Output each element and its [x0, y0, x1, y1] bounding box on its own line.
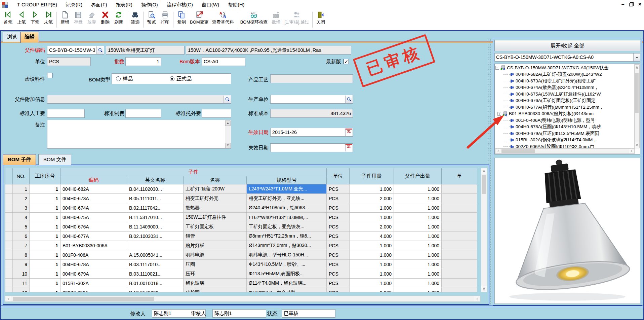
cell-parent-qty[interactable]: 1.000	[394, 269, 442, 279]
toolbar-button[interactable]: 上笔	[15, 10, 28, 26]
table-row[interactable]: 5 1 004H0-676A B.11.1409000... 工矿灯固定板 工矿…	[5, 222, 477, 232]
table-row[interactable]: 6 1 004H0-677A B.02.1003031... 铝管 Ø8mm*H…	[5, 232, 477, 241]
toolbar-button[interactable]: 末笔	[42, 10, 55, 26]
toolbar-button[interactable]	[172, 10, 175, 30]
table-row[interactable]: 2 1 004H0-673A B.05.1111011... 相变工矿灯外壳 相…	[5, 194, 477, 203]
cell-spec[interactable]: L243*W243*T1.0MM.亚光...	[247, 184, 327, 194]
tree-vertical-scrollbar[interactable]: ∧ ∨	[634, 64, 640, 148]
cell-spec[interactable]: Φ113.5*H5MM,表面阳极...	[247, 269, 327, 279]
production-unit-field[interactable]	[270, 95, 353, 104]
virtual-part-checkbox[interactable]	[47, 73, 52, 78]
table-row[interactable]: 3 1 004H0-674A B.02.1117042... 散热器 Ø240.…	[5, 203, 477, 213]
row-stub[interactable]	[5, 232, 13, 241]
calendar-icon[interactable]: 31	[345, 129, 352, 136]
cell-code[interactable]: 004H0-675A	[61, 213, 127, 222]
cell-spec[interactable]: Φ143*H10.5MM，喷砂、...	[247, 260, 327, 269]
table-row[interactable]: 11 1 015BL-302A B.01.0010018... 钢化玻璃 Ø11…	[5, 279, 477, 288]
cell-qty[interactable]: 1.000	[350, 279, 394, 288]
cell-seq[interactable]: 1	[30, 269, 61, 279]
cell-seq[interactable]: 1	[30, 213, 61, 222]
toolbar-button[interactable]: 下笔	[28, 10, 42, 26]
cell-spec[interactable]: Φ110*Φ2.0，白色硅胶...	[247, 288, 327, 292]
toolbar-button[interactable]: [1.审核].通过	[283, 10, 311, 26]
cell-en-name[interactable]: B.11.5317010...	[127, 213, 184, 222]
cell-en-name[interactable]: B.02.1003031...	[127, 232, 184, 241]
grid-horizontal-scrollbar[interactable]: ‹ ›	[5, 296, 480, 302]
cell-parent-qty[interactable]: 1.000	[394, 250, 442, 260]
cell-en-name[interactable]: B.03.1110021...	[127, 269, 184, 279]
tree-node[interactable]: 004H0-679A(压环)(Φ113.5*H5MM,表面阳	[495, 130, 634, 137]
cell-seq[interactable]: 1	[30, 260, 61, 269]
scroll-down-icon[interactable]: ∨	[635, 142, 639, 148]
tab-browse[interactable]: 浏览	[3, 32, 22, 42]
cell-seq[interactable]: 1	[30, 184, 61, 194]
tree-node[interactable]: 004H0-682A(工矿灯-顶盖-200W)(L243*W2	[495, 71, 634, 78]
cell-qty[interactable]: 1.000	[350, 184, 394, 194]
cell-spec[interactable]: 相变工矿灯外壳，亚光铁...	[247, 194, 327, 203]
toolbar-button[interactable]	[311, 10, 314, 30]
cell-parent-qty[interactable]: 1.000	[394, 184, 442, 194]
tree-node[interactable]: 004H0-677A(铝管)(Ø8mm*H51*T2.25mm，	[495, 104, 634, 111]
cell-code[interactable]: 004H0-678A	[61, 260, 127, 269]
cell-parent-qty[interactable]: 1.000	[394, 241, 442, 250]
menu-item[interactable]: 报表(R)	[112, 1, 137, 9]
cell-spec[interactable]: 明纬电源，型号HLG-150H...	[247, 250, 327, 260]
toolbar-button[interactable]: BOM变更	[188, 10, 210, 26]
scroll-down-icon[interactable]: ∨	[481, 286, 487, 292]
menu-item[interactable]: T-GROUP ERP(E)	[13, 1, 62, 9]
toolbar-button[interactable]: 打印	[158, 10, 172, 26]
cell-seq[interactable]: 1	[30, 250, 61, 260]
toolbar-button[interactable]: 批增	[269, 10, 283, 26]
menu-item[interactable]: 窗口(W)	[197, 1, 224, 9]
cell-code[interactable]: 015BL-302A	[61, 279, 127, 288]
close-button[interactable]: ×	[638, 1, 641, 8]
cell-code[interactable]: 004H0-674A	[61, 203, 127, 213]
cell-seq[interactable]: 1	[30, 203, 61, 213]
table-row[interactable]: 4 1 004H0-675A B.11.5317010... 150W工矿灯悬挂…	[5, 213, 477, 222]
tree-node[interactable]: + B01-BYB00330-006A(贴片灯板)(Ø143mm	[495, 111, 634, 117]
toolbar-button[interactable]: 存盘	[72, 10, 85, 26]
tree-node[interactable]: 015BL-302A(钢化玻璃)(Ø114*T4.0MM，	[495, 137, 634, 144]
cell-qty[interactable]: 1.000	[350, 241, 394, 250]
tree-expand-icon[interactable]: −	[495, 66, 499, 70]
toolbar-button[interactable]: 删除	[98, 10, 112, 26]
toolbar-button[interactable]	[236, 10, 239, 30]
scroll-right-icon[interactable]: ›	[629, 149, 634, 153]
toolbar-button[interactable]	[55, 10, 58, 30]
latest-version-checkbox[interactable]: ✓	[344, 59, 349, 64]
cell-en-name[interactable]: B.11.1409000...	[127, 222, 184, 232]
cell-code[interactable]: 004H0-677A	[61, 232, 127, 241]
cell-code[interactable]: 002Z0-606A	[61, 288, 127, 292]
tree-node[interactable]: 002Z0-606A(硅胶圈)(Φ110*Φ2.0mm,白	[495, 143, 634, 148]
expand-collapse-all-button[interactable]: 展开/收起 全部	[494, 40, 640, 51]
toolbar-button[interactable]: 关闭	[314, 10, 327, 26]
cell-parent-qty[interactable]: 1.000	[394, 288, 442, 292]
cell-qty[interactable]: 1.000	[350, 260, 394, 269]
cell-code[interactable]: 001F0-406A	[61, 250, 127, 260]
auditor-field[interactable]: 陈志刚1	[212, 309, 266, 318]
toolbar-button[interactable]: 查看替代料	[210, 10, 236, 26]
row-stub[interactable]	[5, 194, 13, 203]
row-stub[interactable]	[5, 250, 13, 260]
table-row[interactable]: 10 1 004H0-679A B.03.1110021... 压环 Φ113.…	[5, 269, 477, 279]
toolbar-button[interactable]	[142, 10, 145, 30]
calendar-icon[interactable]: 31	[345, 144, 352, 151]
tab-bom-parts[interactable]: BOM 子件	[3, 154, 36, 165]
lookup-icon[interactable]	[345, 96, 352, 103]
scroll-up-icon[interactable]: ∧	[635, 65, 639, 70]
scrollbar-thumb[interactable]	[635, 73, 639, 113]
cell-seq[interactable]: 1	[30, 232, 61, 241]
cell-seq[interactable]: 1	[30, 194, 61, 203]
tab-bom-files[interactable]: BOM 文件	[38, 154, 71, 165]
cell-en-name[interactable]: B.01.0010018...	[127, 279, 184, 288]
cell-qty[interactable]: 1.000	[350, 213, 394, 222]
tree-horizontal-scrollbar[interactable]: ‹ ›	[495, 148, 635, 154]
chevron-down-icon[interactable]	[633, 54, 640, 61]
menu-item[interactable]: 帮助(H)	[224, 1, 249, 9]
tree-node[interactable]: 004H0-678A(压圈)(Φ143*H10.5MM，喷砂	[495, 124, 634, 131]
menu-item[interactable]: 流程审核(C)	[162, 1, 197, 9]
tab-edit[interactable]: 编辑	[20, 32, 39, 43]
cell-spec[interactable]: L162*W40*H133*T3.0MM,...	[247, 213, 327, 222]
row-stub[interactable]	[5, 269, 13, 279]
cell-spec[interactable]: Ø143mm*T2.0mm，贴3030...	[247, 241, 327, 250]
